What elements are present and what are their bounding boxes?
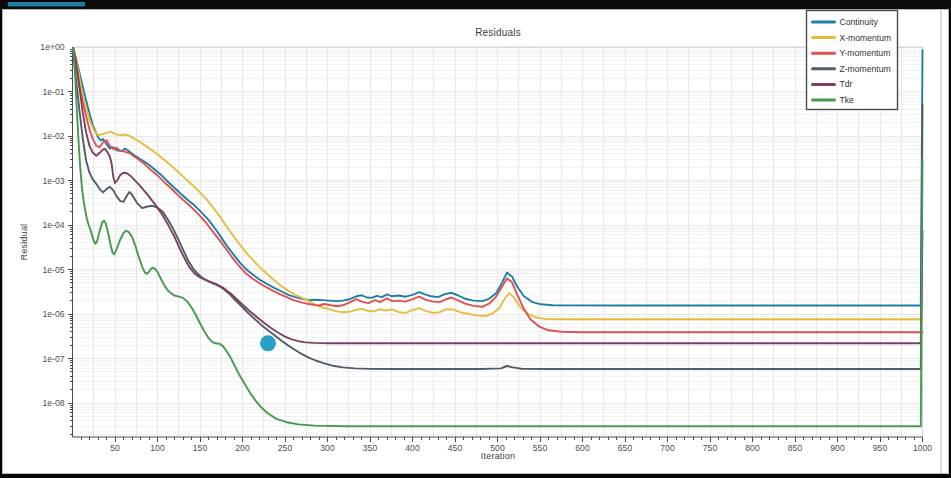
- svg-text:1e-04: 1e-04: [43, 220, 65, 230]
- svg-text:200: 200: [235, 443, 250, 453]
- svg-text:1e-05: 1e-05: [43, 265, 65, 275]
- graphics-window: 1e+001e-011e-021e-031e-041e-051e-061e-07…: [0, 0, 951, 478]
- residuals-chart: 1e+001e-011e-021e-031e-041e-051e-061e-07…: [0, 0, 951, 478]
- svg-text:1e-01: 1e-01: [43, 87, 65, 97]
- svg-text:850: 850: [788, 443, 803, 453]
- svg-text:800: 800: [745, 443, 760, 453]
- svg-text:1000: 1000: [913, 443, 932, 453]
- legend-label-y-momentum: Y-momentum: [840, 48, 891, 58]
- legend-label-continuity: Continuity: [840, 17, 879, 27]
- svg-text:1e+00: 1e+00: [40, 42, 64, 52]
- title-bar: [0, 0, 951, 9]
- svg-text:1e-06: 1e-06: [43, 309, 65, 319]
- svg-text:150: 150: [193, 443, 208, 453]
- svg-text:300: 300: [320, 443, 335, 453]
- svg-text:450: 450: [448, 443, 463, 453]
- title-bar-accent: [8, 2, 85, 7]
- plot-area[interactable]: [73, 47, 923, 437]
- svg-text:700: 700: [660, 443, 675, 453]
- svg-text:950: 950: [873, 443, 888, 453]
- legend-label-tdr: Tdr: [840, 79, 853, 89]
- svg-text:750: 750: [703, 443, 718, 453]
- svg-text:600: 600: [575, 443, 590, 453]
- legend-label-tke: Tke: [840, 95, 855, 105]
- legend: ContinuityX-momentumY-momentumZ-momentum…: [807, 11, 898, 110]
- svg-text:50: 50: [110, 443, 120, 453]
- legend-label-z-momentum: Z-momentum: [840, 64, 891, 74]
- svg-text:650: 650: [618, 443, 633, 453]
- svg-text:350: 350: [363, 443, 378, 453]
- svg-text:1e-08: 1e-08: [43, 398, 65, 408]
- legend-label-x-momentum: X-momentum: [840, 33, 892, 43]
- svg-text:100: 100: [150, 443, 165, 453]
- svg-text:250: 250: [278, 443, 293, 453]
- svg-text:500: 500: [490, 443, 505, 453]
- svg-text:550: 550: [533, 443, 548, 453]
- svg-text:900: 900: [830, 443, 845, 453]
- svg-text:1e-07: 1e-07: [43, 354, 65, 364]
- svg-text:1e-02: 1e-02: [43, 131, 65, 141]
- svg-text:400: 400: [405, 443, 420, 453]
- current-point-marker: [260, 335, 276, 351]
- svg-text:1e-03: 1e-03: [43, 176, 65, 186]
